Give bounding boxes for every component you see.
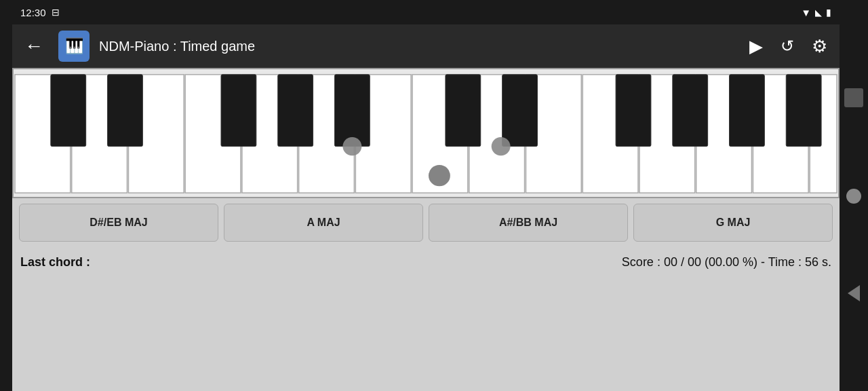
note-dot — [492, 137, 511, 155]
black-key[interactable] — [786, 75, 821, 147]
chord-buttons-container: D#/EB MAJ A MAJ A#/BB MAJ G MAJ — [12, 198, 840, 247]
chord-button-2[interactable]: A#/BB MAJ — [429, 204, 628, 242]
bottom-status: Last chord : Score : 00 / 00 (00.00 %) -… — [12, 247, 840, 277]
right-bar — [840, 0, 868, 391]
refresh-button[interactable]: ↺ — [775, 34, 800, 58]
sim-icon: ⊟ — [52, 7, 60, 18]
black-key[interactable] — [334, 75, 370, 147]
left-bar — [0, 0, 12, 391]
chord-button-3[interactable]: G MAJ — [633, 204, 833, 242]
status-bar: 12:30 ⊟ ▼ ◣ ▮ — [12, 0, 840, 24]
settings-button[interactable]: ⚙ — [806, 33, 833, 60]
black-key[interactable] — [502, 75, 538, 147]
battery-icon: ▮ — [826, 7, 831, 18]
score-time-label: Score : 00 / 00 (00.00 %) - Time : 56 s. — [622, 255, 831, 269]
app-title: NDM-Piano : Timed game — [99, 39, 734, 54]
right-bar-square — [844, 88, 863, 107]
piano-container — [12, 68, 840, 198]
piano-keyboard-svg — [14, 69, 838, 197]
black-key[interactable] — [51, 75, 86, 147]
black-key[interactable] — [730, 75, 765, 147]
right-bar-arrow — [848, 285, 860, 301]
signal-icon: ◣ — [815, 7, 822, 18]
wifi-icon: ▼ — [801, 7, 811, 18]
chord-button-1[interactable]: A MAJ — [224, 204, 423, 242]
time-display: 12:30 — [20, 7, 46, 18]
last-chord-label: Last chord : — [20, 255, 90, 269]
toolbar-controls: ▶ ↺ ⚙ — [744, 33, 833, 60]
black-key[interactable] — [673, 75, 708, 147]
play-button[interactable]: ▶ — [744, 33, 768, 60]
note-dot — [342, 137, 361, 155]
piano-icon: 🎹 — [65, 37, 83, 55]
chord-button-0[interactable]: D#/EB MAJ — [19, 204, 218, 242]
black-key[interactable] — [278, 75, 313, 147]
black-key[interactable] — [616, 75, 651, 147]
app-icon: 🎹 — [58, 31, 90, 62]
note-dot — [429, 165, 450, 186]
toolbar: ← 🎹 NDM-Piano : Timed game ▶ ↺ ⚙ — [12, 24, 840, 68]
right-bar-circle — [846, 189, 861, 204]
main-content: 12:30 ⊟ ▼ ◣ ▮ ← 🎹 NDM-Piano : Timed game… — [12, 0, 840, 391]
black-key[interactable] — [108, 75, 143, 147]
status-bar-left: 12:30 ⊟ — [20, 7, 60, 18]
status-bar-right: ▼ ◣ ▮ — [801, 7, 831, 18]
black-key[interactable] — [221, 75, 256, 147]
back-button[interactable]: ← — [19, 33, 49, 60]
black-key[interactable] — [446, 75, 481, 147]
